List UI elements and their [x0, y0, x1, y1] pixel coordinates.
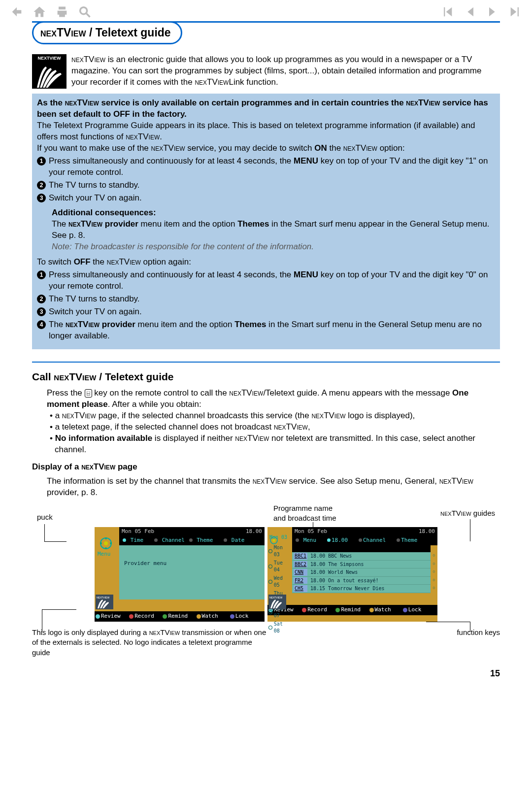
svg-point-4: [105, 537, 107, 539]
prev-page-icon[interactable]: [463, 5, 477, 19]
first-page-icon[interactable]: [440, 5, 454, 19]
svg-point-3: [104, 541, 108, 545]
nextview-mini-logo-2: NEXTVIEW: [268, 595, 286, 609]
guide-key-icon: ⌸: [85, 389, 92, 398]
page-number: 15: [32, 667, 500, 679]
label-guides: nexTView guides: [440, 508, 495, 518]
nextview-mini-logo: NEXTVIEW: [96, 595, 113, 609]
screenshot-2: Mon 03 Mon 03 Tue 04 Wed 05 Thu 06 Fri 0…: [267, 527, 437, 622]
label-puck: puck: [37, 512, 53, 522]
print-icon[interactable]: [55, 5, 69, 19]
additional-heading: Additional consequences:: [52, 208, 156, 217]
home-icon[interactable]: [33, 5, 46, 19]
bluebox-p2: If you want to make use of the nexTView …: [37, 143, 495, 154]
step-1-circle: 1: [37, 157, 46, 166]
step-3-circle: 3: [37, 194, 46, 202]
svg-point-0: [80, 7, 87, 14]
label-function-keys: function keys: [457, 628, 500, 658]
step-2-circle: 2: [37, 181, 46, 190]
call-heading: Call nexTView / Teletext guide: [32, 370, 500, 384]
note-text: Note: The broadcaster is responsible for…: [52, 241, 495, 253]
last-page-icon[interactable]: [508, 5, 522, 19]
svg-line-1: [87, 14, 90, 17]
pdf-toolbar: [0, 0, 532, 21]
display-heading: Display of a nexTView page: [32, 462, 500, 473]
info-box: As the nexTView service is only availabl…: [32, 94, 500, 349]
back-icon[interactable]: [10, 5, 24, 19]
intro-paragraph: nexTView is an electronic guide that all…: [71, 52, 500, 89]
bluebox-p1: The Teletext Programme Guide appears in …: [37, 120, 495, 143]
next-page-icon[interactable]: [486, 5, 499, 19]
svg-point-7: [100, 542, 102, 544]
nextview-logo: NEXTVIEW: [32, 54, 66, 89]
svg-text:NEXTVIEW: NEXTVIEW: [269, 596, 282, 599]
search-icon[interactable]: [78, 5, 92, 19]
screenshot-1: Menu Mon 05 Feb18.00 Time Channel Theme …: [95, 527, 265, 622]
page-title-pill: nexTView / Teletext guide: [32, 21, 182, 44]
svg-point-6: [105, 547, 107, 549]
svg-point-5: [110, 542, 112, 544]
label-programme-name: Programme nameand broadcast time: [273, 503, 336, 524]
svg-text:NEXTVIEW: NEXTVIEW: [97, 596, 109, 599]
label-logo-note: This logo is only displayed during a nex…: [32, 628, 268, 658]
section-divider: [32, 362, 500, 363]
